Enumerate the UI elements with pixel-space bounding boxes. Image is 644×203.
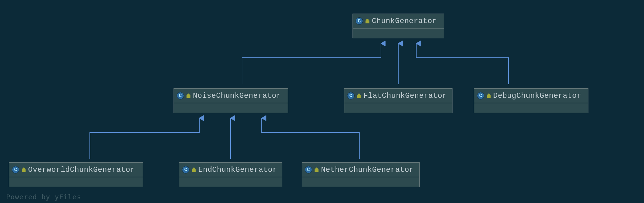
lock-icon: [22, 167, 26, 172]
diagram-canvas: { "watermark": "Powered by yFiles", "nod…: [0, 0, 644, 203]
class-icon: C: [12, 166, 19, 173]
class-node-end-chunk-generator[interactable]: C EndChunkGenerator: [179, 162, 282, 187]
lock-icon: [357, 93, 361, 98]
class-label: EndChunkGenerator: [198, 166, 277, 174]
class-node-overworld-chunk-generator[interactable]: C OverworldChunkGenerator: [9, 162, 143, 187]
class-label: FlatChunkGenerator: [363, 92, 447, 100]
lock-icon: [365, 19, 369, 23]
class-icon: C: [356, 17, 363, 25]
class-label: NetherChunkGenerator: [321, 166, 414, 174]
class-icon: C: [305, 166, 312, 173]
class-node-noise-chunk-generator[interactable]: C NoiseChunkGenerator: [174, 88, 288, 113]
class-icon: C: [477, 92, 484, 99]
class-node-chunk-generator[interactable]: C ChunkGenerator: [353, 14, 444, 38]
class-icon: C: [182, 166, 189, 173]
class-icon: C: [177, 92, 184, 99]
lock-icon: [186, 93, 190, 98]
class-icon: C: [347, 92, 355, 99]
class-node-debug-chunk-generator[interactable]: C DebugChunkGenerator: [474, 88, 588, 113]
class-label: ChunkGenerator: [372, 17, 437, 25]
lock-icon: [192, 167, 196, 172]
class-label: DebugChunkGenerator: [493, 92, 581, 100]
class-node-flat-chunk-generator[interactable]: C FlatChunkGenerator: [344, 88, 452, 113]
lock-icon: [487, 93, 491, 98]
class-label: NoiseChunkGenerator: [193, 92, 281, 100]
lock-icon: [315, 167, 319, 172]
class-node-nether-chunk-generator[interactable]: C NetherChunkGenerator: [302, 162, 420, 187]
class-label: OverworldChunkGenerator: [28, 166, 135, 174]
watermark-text: Powered by yFiles: [6, 193, 81, 201]
